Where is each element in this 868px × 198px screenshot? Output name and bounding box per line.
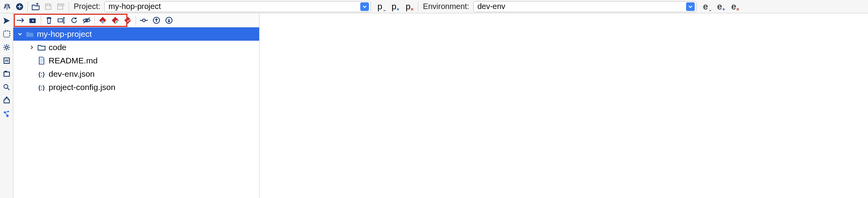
folder-icon xyxy=(38,43,45,51)
env-delete-icon[interactable]: e× xyxy=(728,1,740,12)
svg-rect-3 xyxy=(4,31,10,37)
chevron-right-icon[interactable] xyxy=(29,45,35,50)
top-toolbar: Project: my-hop-project p.. p+ p× Enviro… xyxy=(0,0,868,13)
open-icon[interactable] xyxy=(30,1,41,12)
tree-root[interactable]: my-hop-project xyxy=(13,27,259,41)
separator xyxy=(27,2,28,12)
explorer-icon[interactable] xyxy=(2,69,12,79)
svg-point-7 xyxy=(4,85,8,88)
file-explorer-panel: i xyxy=(13,13,260,198)
search-icon[interactable] xyxy=(2,82,12,92)
environment-label: Environment: xyxy=(421,2,472,11)
workflow-icon[interactable] xyxy=(2,29,12,39)
json-icon: {:} xyxy=(38,70,45,78)
document-icon xyxy=(38,57,45,65)
git-revert-icon[interactable] xyxy=(122,15,133,26)
editor-area xyxy=(260,13,868,198)
hide-icon[interactable] xyxy=(81,15,92,26)
tree-item-folder[interactable]: code xyxy=(13,41,259,54)
json-icon: {:} xyxy=(38,83,45,91)
project-select-value: my-hop-project xyxy=(109,2,357,11)
file-tree[interactable]: my-hop-project code README.md xyxy=(13,27,259,198)
separator xyxy=(41,16,41,25)
save-icon xyxy=(43,1,54,12)
save-as-icon xyxy=(55,1,66,12)
tree-item-file[interactable]: {:} dev-env.json xyxy=(13,67,259,81)
tree-item-label: dev-env.json xyxy=(49,69,95,79)
tree-item-label: project-config.json xyxy=(49,83,115,92)
environment-actions: e.. e+ e× xyxy=(698,1,741,12)
chevron-down-icon[interactable] xyxy=(17,32,23,36)
svg-point-4 xyxy=(5,46,8,49)
environment-select-value: dev-env xyxy=(478,2,683,11)
project-select[interactable]: my-hop-project xyxy=(104,1,371,12)
project-actions: p.. p+ p× xyxy=(372,1,416,12)
project-label: Project: xyxy=(71,2,103,11)
project-add-icon[interactable]: p+ xyxy=(388,1,400,12)
tree-item-label: code xyxy=(49,43,67,52)
git-add-icon[interactable] xyxy=(110,15,121,26)
svg-rect-6 xyxy=(4,72,9,76)
neo4j-icon[interactable] xyxy=(2,109,12,119)
env-edit-icon[interactable]: e.. xyxy=(700,1,712,12)
svg-rect-12 xyxy=(58,19,63,22)
env-add-icon[interactable]: e+ xyxy=(714,1,726,12)
git-push-icon[interactable] xyxy=(151,15,162,26)
chevron-down-icon xyxy=(686,2,695,11)
environment-select[interactable]: dev-env xyxy=(473,1,697,12)
chevron-down-icon xyxy=(360,2,369,11)
git-pull-icon[interactable] xyxy=(163,15,174,26)
separator xyxy=(136,16,136,25)
separator xyxy=(94,16,95,25)
delete-icon[interactable] xyxy=(44,15,54,26)
project-delete-icon[interactable]: p× xyxy=(402,1,414,12)
hop-icon[interactable] xyxy=(2,1,13,12)
separator xyxy=(69,2,69,12)
folder-icon xyxy=(26,30,34,38)
rename-icon[interactable] xyxy=(56,15,67,26)
explorer-toolbar: i xyxy=(13,13,259,27)
gear-icon[interactable] xyxy=(2,42,12,52)
separator xyxy=(418,2,418,12)
tree-root-label: my-hop-project xyxy=(37,29,92,39)
run-location-icon[interactable] xyxy=(2,16,12,26)
open-arrow-icon[interactable] xyxy=(15,15,26,26)
svg-point-17 xyxy=(143,19,145,22)
tree-item-file[interactable]: README.md xyxy=(13,54,259,67)
metadata-icon[interactable] xyxy=(2,56,12,66)
tree-item-file[interactable]: {:} project-config.json xyxy=(13,81,259,94)
tree-item-label: README.md xyxy=(49,56,98,65)
perspective-strip xyxy=(0,13,13,198)
git-commit-icon[interactable] xyxy=(138,15,149,26)
svg-text:i: i xyxy=(102,21,103,23)
new-folder-icon[interactable] xyxy=(27,15,38,26)
plugin-icon[interactable] xyxy=(2,95,12,106)
new-icon[interactable] xyxy=(14,1,25,12)
project-edit-icon[interactable]: p.. xyxy=(374,1,386,12)
git-info-icon[interactable]: i xyxy=(97,15,108,26)
refresh-icon[interactable] xyxy=(69,15,80,26)
